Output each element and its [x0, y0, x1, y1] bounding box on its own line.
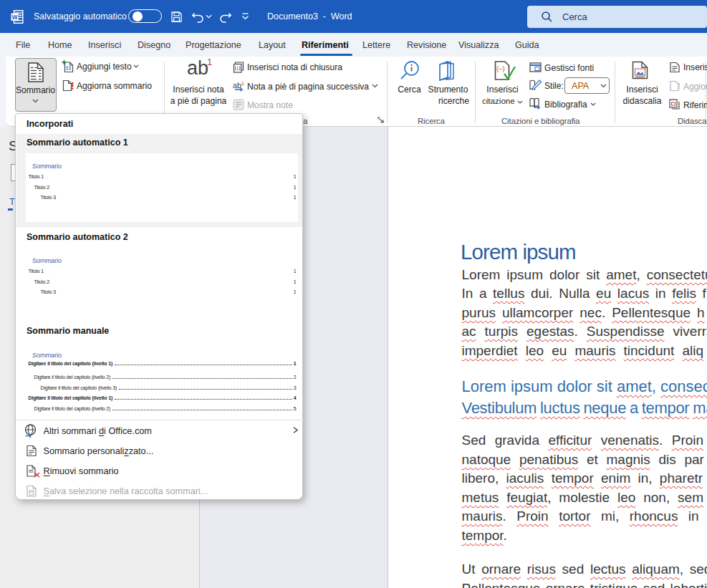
svg-text:W: W	[12, 14, 19, 21]
svg-text:(–): (–)	[496, 64, 505, 72]
svg-text:1: 1	[241, 81, 244, 86]
svg-text:!: !	[71, 80, 74, 92]
svg-text:!: !	[678, 82, 680, 92]
